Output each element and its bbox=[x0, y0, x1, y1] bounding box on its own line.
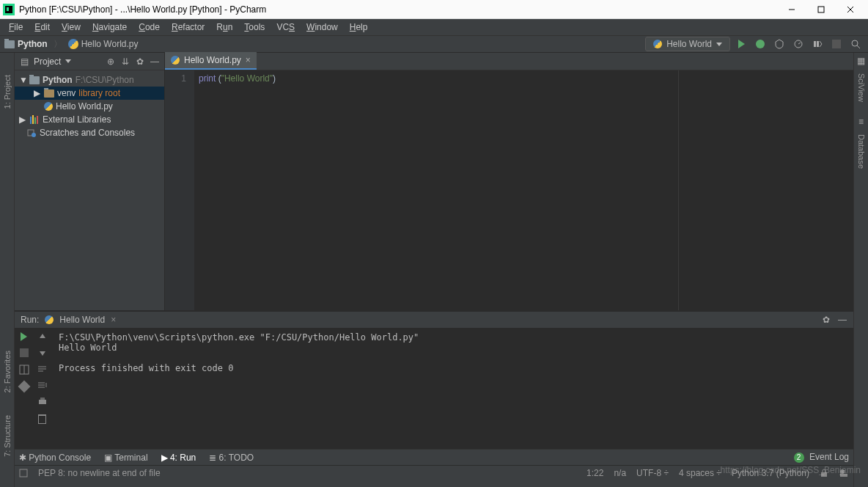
menu-file[interactable]: File bbox=[3, 21, 29, 34]
menu-help[interactable]: Help bbox=[344, 21, 374, 34]
status-position[interactable]: 1:22 bbox=[586, 468, 603, 478]
scroll-icon[interactable] bbox=[37, 381, 48, 389]
console-output[interactable]: F:\CSU\Python\venv\Scripts\python.exe "F… bbox=[51, 328, 853, 449]
close-icon[interactable]: × bbox=[246, 55, 251, 65]
window-title: Python [F:\CSU\Python] - ...\Hello World… bbox=[19, 4, 777, 15]
svg-line-8 bbox=[798, 43, 801, 44]
menu-bar: File Edit View Navigate Code Refactor Ru… bbox=[0, 19, 868, 35]
editor-tab-hello[interactable]: Hello World.py × bbox=[165, 52, 257, 70]
svg-rect-23 bbox=[40, 398, 45, 400]
stop-button[interactable] bbox=[828, 36, 845, 52]
menu-edit[interactable]: Edit bbox=[29, 21, 56, 34]
stop-button[interactable] bbox=[20, 348, 29, 357]
tree-external-libs[interactable]: ▶ External Libraries bbox=[15, 113, 164, 126]
menu-refactor[interactable]: Refactor bbox=[166, 21, 210, 34]
menu-code[interactable]: Code bbox=[133, 21, 166, 34]
menu-tools[interactable]: Tools bbox=[238, 21, 271, 34]
status-na[interactable]: n/a bbox=[614, 468, 626, 478]
project-tool-tab[interactable]: 1: Project bbox=[3, 75, 12, 109]
hide-icon[interactable]: — bbox=[150, 56, 160, 67]
maximize-button[interactable] bbox=[806, 0, 836, 19]
print-icon[interactable] bbox=[37, 397, 48, 407]
up-icon[interactable] bbox=[38, 332, 47, 341]
svg-line-13 bbox=[857, 45, 860, 48]
close-icon[interactable]: × bbox=[111, 315, 116, 325]
svg-rect-10 bbox=[817, 41, 819, 47]
menu-view[interactable]: View bbox=[56, 21, 87, 34]
todo-tab[interactable]: ≣ 6: TODO bbox=[209, 453, 254, 463]
hide-icon[interactable]: — bbox=[837, 315, 847, 325]
terminal-tab[interactable]: ▣ Terminal bbox=[104, 453, 147, 463]
project-panel-title[interactable]: Project bbox=[34, 56, 61, 67]
menu-navigate[interactable]: Navigate bbox=[87, 21, 133, 34]
database-icon[interactable]: ≡ bbox=[856, 117, 867, 127]
svg-rect-2 bbox=[7, 7, 9, 11]
profile-button[interactable] bbox=[790, 36, 806, 52]
folder-icon bbox=[29, 76, 40, 84]
tree-project-root[interactable]: ▼ Python F:\CSU\Python bbox=[15, 73, 164, 87]
gear-icon[interactable]: ✿ bbox=[821, 315, 831, 325]
breadcrumb-root[interactable]: Python bbox=[18, 39, 48, 49]
concurrency-button[interactable] bbox=[809, 36, 825, 52]
layout-icon[interactable] bbox=[19, 365, 29, 375]
status-encoding[interactable]: UTF-8 ÷ bbox=[636, 468, 669, 478]
tree-venv[interactable]: ▶ venv library root bbox=[15, 87, 164, 100]
python-file-icon bbox=[171, 56, 180, 65]
navigation-bar: Python 〉 Hello World.py Hello World bbox=[0, 35, 868, 53]
collapse-icon[interactable]: ⇊ bbox=[120, 56, 130, 67]
event-count-badge: 2 bbox=[794, 453, 804, 463]
scratches-icon bbox=[26, 128, 37, 137]
svg-rect-14 bbox=[30, 117, 32, 124]
run-button[interactable] bbox=[733, 36, 749, 52]
editor-area: Hello World.py × 1 print ("Hello World") bbox=[165, 53, 853, 310]
down-icon[interactable] bbox=[38, 348, 47, 357]
structure-tool-tab[interactable]: 7: Structure bbox=[3, 415, 12, 457]
database-tool-tab[interactable]: Database bbox=[857, 134, 866, 169]
sciview-tool-tab[interactable]: SciView bbox=[857, 73, 866, 102]
chevron-down-icon[interactable] bbox=[65, 59, 71, 63]
close-button[interactable] bbox=[836, 0, 865, 19]
event-log-tab[interactable]: 2 Event Log bbox=[794, 452, 849, 463]
python-icon bbox=[653, 40, 662, 48]
run-tab[interactable]: ▶ 4: Run bbox=[161, 453, 196, 463]
run-panel-title[interactable]: Hello World bbox=[59, 315, 105, 325]
folder-icon bbox=[4, 40, 15, 48]
folder-icon bbox=[44, 89, 54, 98]
editor-tab-label: Hello World.py bbox=[184, 55, 241, 65]
favorites-tool-tab[interactable]: 2: Favorites bbox=[3, 351, 12, 392]
chevron-right-icon: 〉 bbox=[54, 38, 62, 51]
right-tool-strip: ▦ SciView ≡ Database bbox=[853, 53, 868, 487]
gear-icon[interactable]: ✿ bbox=[135, 56, 145, 67]
rerun-button[interactable] bbox=[21, 332, 27, 341]
run-config-selector[interactable]: Hello World bbox=[645, 37, 730, 51]
tree-file-hello[interactable]: Hello World.py bbox=[15, 100, 164, 113]
svg-rect-11 bbox=[832, 40, 841, 48]
grid-icon[interactable]: ▦ bbox=[856, 56, 867, 66]
python-icon bbox=[45, 315, 54, 324]
svg-rect-22 bbox=[39, 400, 46, 404]
python-file-icon bbox=[68, 39, 78, 49]
status-indent[interactable]: 4 spaces ÷ bbox=[679, 468, 721, 478]
svg-rect-9 bbox=[814, 41, 816, 47]
svg-rect-17 bbox=[37, 116, 38, 124]
window-icon[interactable] bbox=[19, 469, 28, 477]
python-console-tab[interactable]: ✱ Python Console bbox=[19, 453, 91, 463]
python-file-icon bbox=[44, 102, 53, 111]
trash-icon[interactable] bbox=[38, 414, 46, 424]
minimize-button[interactable] bbox=[777, 0, 806, 19]
code-editor[interactable]: 1 print ("Hello World") bbox=[165, 70, 853, 310]
tree-scratches[interactable]: Scratches and Consoles bbox=[15, 126, 164, 139]
menu-window[interactable]: Window bbox=[301, 21, 344, 34]
svg-point-12 bbox=[852, 40, 858, 46]
locate-icon[interactable]: ⊕ bbox=[106, 56, 116, 67]
wrap-icon[interactable] bbox=[37, 365, 48, 373]
search-everywhere-button[interactable] bbox=[847, 36, 864, 52]
pycharm-icon bbox=[3, 4, 15, 15]
breadcrumb-file[interactable]: Hello World.py bbox=[81, 39, 139, 49]
pin-icon[interactable] bbox=[18, 381, 30, 393]
coverage-button[interactable] bbox=[771, 36, 787, 52]
svg-rect-16 bbox=[34, 117, 36, 124]
debug-button[interactable] bbox=[752, 36, 768, 52]
menu-vcs[interactable]: VCS bbox=[271, 21, 301, 34]
menu-run[interactable]: Run bbox=[210, 21, 238, 34]
